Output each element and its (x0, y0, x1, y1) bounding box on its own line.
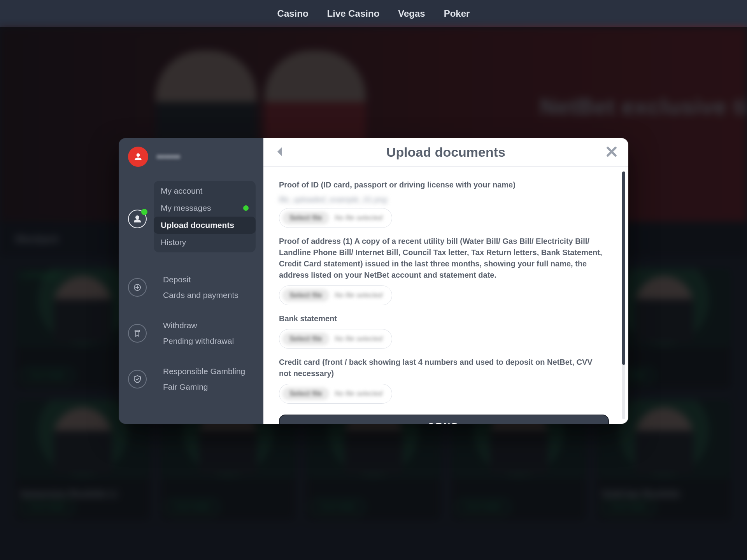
nav-vegas[interactable]: Vegas (398, 8, 425, 19)
modal-header: Upload documents (263, 138, 628, 167)
sidebar-section-rg: Responsible Gambling Fair Gaming (119, 358, 263, 400)
sidebar-item-pending[interactable]: Pending withdrawal (163, 333, 234, 349)
modal-title: Upload documents (386, 145, 505, 160)
choose-file-button[interactable]: Select file (282, 387, 329, 400)
file-upload-proof-address[interactable]: Select file No file selected (279, 285, 392, 305)
message-dot-icon (243, 205, 249, 211)
sidebar-item-my-messages[interactable]: My messages (154, 200, 256, 217)
no-file-label: No file selected (335, 390, 382, 398)
choose-file-button[interactable]: Select file (282, 289, 329, 302)
no-file-label: No file selected (335, 335, 382, 343)
sidebar-item-label: My messages (161, 203, 211, 213)
sidebar-item-my-account[interactable]: My account (154, 182, 256, 200)
choose-file-button[interactable]: Select file (282, 212, 329, 224)
sidebar-item-cards[interactable]: Cards and payments (163, 287, 238, 303)
modal-sidebar: •••••• My account My messages Upload doc… (119, 138, 263, 424)
back-button[interactable] (274, 145, 287, 160)
section-bank-label: Bank statement (279, 313, 606, 324)
section-proof-address-label: Proof of address (1) A copy of a recent … (279, 236, 606, 281)
scrollbar[interactable] (622, 172, 625, 419)
nav-live-casino[interactable]: Live Casino (327, 8, 380, 19)
notification-dot-icon (141, 209, 147, 215)
section-credit-label: Credit card (front / back showing last 4… (279, 357, 606, 379)
chevron-left-icon (274, 145, 287, 158)
file-upload-credit[interactable]: Select file No file selected (279, 384, 392, 404)
nav-casino[interactable]: Casino (277, 8, 309, 19)
send-button[interactable]: SEND (279, 415, 609, 424)
file-upload-proof-id[interactable]: Select file No file selected (279, 208, 392, 228)
uploaded-filename: file_uploaded_example_01.png (279, 195, 613, 204)
sidebar-section-withdraw: Withdraw Pending withdrawal (119, 312, 263, 354)
nav-poker[interactable]: Poker (444, 8, 470, 19)
sidebar-item-history[interactable]: History (154, 234, 256, 251)
close-button[interactable] (605, 145, 618, 160)
close-icon (605, 145, 618, 158)
sidebar-header: •••••• (119, 147, 263, 175)
no-file-label: No file selected (335, 214, 382, 222)
person-icon (128, 210, 147, 228)
shield-icon (128, 370, 147, 388)
avatar-icon (128, 147, 148, 167)
sidebar-section-deposit: Deposit Cards and payments (119, 266, 263, 308)
modal-body[interactable]: Proof of ID (ID card, passport or drivin… (263, 167, 628, 424)
file-upload-bank[interactable]: Select file No file selected (279, 329, 392, 349)
modal-content: Upload documents Proof of ID (ID card, p… (263, 138, 628, 424)
choose-file-button[interactable]: Select file (282, 332, 329, 345)
withdraw-icon (128, 324, 147, 343)
sidebar-section-account: My account My messages Upload documents … (119, 175, 263, 262)
account-modal: •••••• My account My messages Upload doc… (119, 138, 628, 424)
sidebar-item-upload-documents[interactable]: Upload documents (154, 217, 256, 234)
section-proof-id-label: Proof of ID (ID card, passport or drivin… (279, 179, 606, 191)
username-label: •••••• (157, 151, 181, 163)
sidebar-item-fair[interactable]: Fair Gaming (163, 379, 245, 395)
sidebar-item-responsible[interactable]: Responsible Gambling (163, 364, 245, 379)
scrollbar-thumb[interactable] (622, 172, 625, 365)
top-nav: Casino Live Casino Vegas Poker (0, 0, 747, 27)
no-file-label: No file selected (335, 291, 382, 299)
sidebar-item-deposit[interactable]: Deposit (163, 272, 238, 287)
sidebar-item-withdraw[interactable]: Withdraw (163, 318, 234, 333)
deposit-icon (128, 278, 147, 297)
